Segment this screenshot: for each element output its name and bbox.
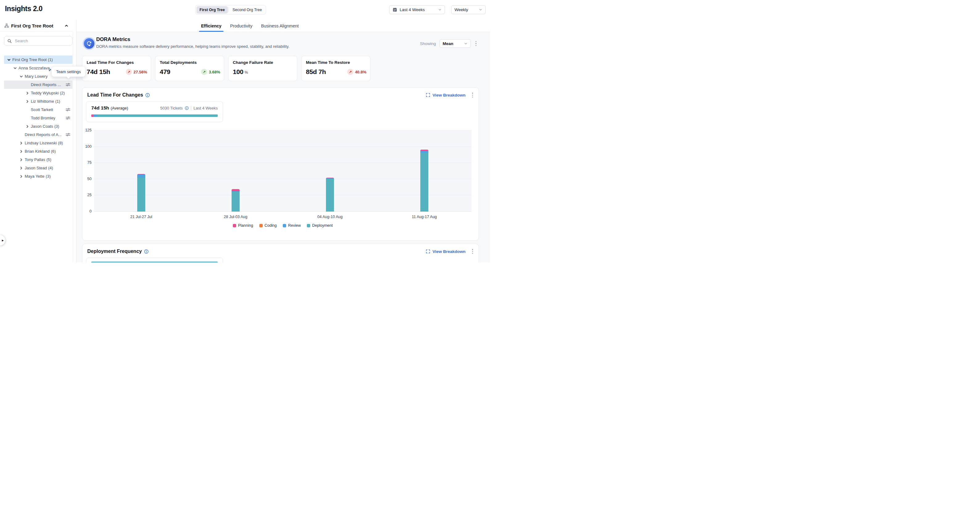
- lead-time-title: Lead Time For Changes: [87, 92, 150, 98]
- bar-segment-deployment: [326, 179, 334, 212]
- tree-item-count: (8): [58, 141, 63, 145]
- tab-productivity[interactable]: Productivity: [230, 20, 252, 32]
- stacked-bar-04-aug-10-aug[interactable]: [326, 178, 334, 212]
- team-settings-icon[interactable]: [66, 83, 70, 87]
- showing-label: Showing: [420, 41, 436, 46]
- chevron-right-icon[interactable]: [19, 150, 25, 153]
- tree-item-tony-pallas[interactable]: Tony Pallas(5): [4, 156, 72, 164]
- trend-badge: ↗27.56%: [126, 69, 147, 75]
- tree-item-jason-stead[interactable]: Jason Stead(4): [4, 164, 72, 172]
- search-input[interactable]: [14, 38, 69, 43]
- trend-delta: 3.68%: [209, 70, 220, 74]
- summary-value: 74d 15h: [91, 105, 109, 111]
- y-axis-tick-label: 25: [82, 193, 92, 197]
- metric-card-value: 100: [233, 68, 243, 76]
- legend-item-planning[interactable]: Planning: [233, 223, 253, 228]
- chevron-up-icon[interactable]: [64, 24, 68, 28]
- deployment-frequency-menu-kebab-icon[interactable]: [471, 248, 474, 255]
- sidebar-search: [4, 36, 72, 46]
- trend-badge: ↗40.8%: [347, 69, 366, 75]
- metric-card-mean-time-to-restore: Mean Time To Restore85d 7h↗40.8%: [301, 56, 370, 81]
- tree-item-maya-yette[interactable]: Maya Yette(3): [4, 172, 72, 180]
- gridline: [94, 195, 471, 195]
- tree-item-liz-whittome[interactable]: Liz Whittome(1): [4, 97, 72, 105]
- chevron-right-icon[interactable]: [19, 141, 25, 145]
- aggregation-select[interactable]: Mean: [439, 39, 471, 48]
- tree-item-label: First Org Tree Root: [12, 57, 46, 62]
- chevron-right-icon[interactable]: [19, 158, 25, 162]
- tree-item-label: Tony Pallas: [25, 158, 45, 162]
- tree-item-brian-kirkland[interactable]: Brian Kirkland(6): [4, 147, 72, 156]
- date-range-select[interactable]: Last 4 Weeks: [389, 5, 445, 14]
- info-icon[interactable]: [144, 249, 149, 254]
- tree-item-count: (5): [46, 158, 51, 162]
- chevron-right-icon[interactable]: [19, 166, 25, 170]
- tree-item-count: (1): [55, 99, 60, 103]
- search-icon: [7, 39, 12, 43]
- toggle-first-org-tree[interactable]: First Org Tree: [196, 6, 228, 14]
- chevron-down-icon: [438, 8, 442, 11]
- chevron-down-icon[interactable]: [7, 58, 12, 62]
- tab-business-alignment[interactable]: Business Alignment: [261, 20, 299, 32]
- summary-qualifier: (Average): [111, 106, 128, 110]
- tree-item-first-org-tree-root[interactable]: First Org Tree Root(1): [4, 56, 72, 64]
- team-settings-icon[interactable]: [66, 133, 70, 137]
- y-axis-tick-label: 100: [82, 144, 92, 149]
- expand-corners-icon: [426, 93, 430, 97]
- dora-menu-kebab-icon[interactable]: [474, 40, 478, 47]
- legend-item-review[interactable]: Review: [283, 223, 301, 228]
- stacked-bar-28-jul-03-aug[interactable]: [232, 189, 240, 212]
- view-breakdown-button[interactable]: View Breakdown: [426, 249, 465, 254]
- bar-segment-deployment: [137, 178, 145, 212]
- progress-segment-deployment: [91, 262, 218, 262]
- metric-card-title: Change Failure Rate: [233, 60, 293, 65]
- deployment-frequency-title: Deployment Frequency: [87, 249, 149, 254]
- legend-swatch: [259, 224, 263, 228]
- x-axis-tick-label: 21 Jul-27 Jul: [130, 215, 152, 219]
- chevron-down-icon[interactable]: [13, 66, 19, 70]
- top-bar-controls: Last 4 Weeks Weekly: [389, 5, 486, 14]
- gridline: [94, 162, 471, 163]
- bar-segment-deployment: [420, 153, 428, 212]
- lead-time-menu-kebab-icon[interactable]: [471, 92, 474, 99]
- tree-item-scott-tarkett[interactable]: Scott Tarkett: [4, 105, 72, 114]
- view-breakdown-button[interactable]: View Breakdown: [426, 93, 465, 97]
- legend-label: Planning: [238, 223, 253, 228]
- tree-item-lindsay-liszewski[interactable]: Lindsay Liszewski(8): [4, 139, 72, 147]
- tree-item-count: (2): [60, 91, 65, 95]
- stacked-bar-21-jul-27-jul[interactable]: [137, 174, 145, 212]
- tree-item-count: (1): [48, 57, 53, 62]
- tree-item-label: Maya Yette: [25, 174, 45, 178]
- stacked-bar-11-aug-17-aug[interactable]: [420, 150, 428, 212]
- chevron-down-icon[interactable]: [19, 75, 25, 78]
- chevron-down-icon: [464, 42, 468, 45]
- team-settings-icon[interactable]: [66, 108, 70, 112]
- tab-efficiency[interactable]: Efficiency: [201, 20, 221, 32]
- calendar-icon: [393, 7, 397, 12]
- bar-segment-deployment: [232, 192, 240, 212]
- app-title: Insights 2.0: [5, 5, 43, 13]
- info-icon[interactable]: [185, 106, 189, 110]
- granularity-select[interactable]: Weekly: [451, 5, 486, 14]
- team-settings-icon[interactable]: [66, 116, 70, 120]
- legend-item-deployment[interactable]: Deployment: [307, 223, 333, 228]
- chevron-right-icon[interactable]: [25, 100, 31, 103]
- y-axis-tick-label: 0: [82, 209, 92, 213]
- legend-item-coding[interactable]: Coding: [259, 223, 277, 228]
- chevron-right-icon[interactable]: [25, 125, 31, 128]
- org-tree-toggle: First Org Tree Second Org Tree: [195, 5, 266, 14]
- legend-swatch: [283, 224, 286, 228]
- tree-item-todd-bromley[interactable]: Todd Bromley: [4, 114, 72, 122]
- tree-item-teddy-wylupski[interactable]: Teddy Wylupski(2): [4, 89, 72, 97]
- chevron-right-icon[interactable]: [19, 175, 25, 178]
- tree-item-label: Direct Reports of A...: [25, 132, 62, 137]
- tree-item-direct-reports[interactable]: Direct Reports ...: [4, 81, 72, 89]
- legend-label: Review: [288, 223, 301, 228]
- tree-item-jason-coats[interactable]: Jason Coats(3): [4, 122, 72, 130]
- chevron-right-icon[interactable]: [25, 91, 31, 95]
- tree-item-direct-reports-of-a[interactable]: Direct Reports of A...: [4, 130, 72, 139]
- info-icon[interactable]: [145, 93, 150, 97]
- team-settings-tooltip: Team settings: [51, 66, 86, 77]
- tree-item-label: Teddy Wylupski: [31, 91, 59, 95]
- toggle-second-org-tree[interactable]: Second Org Tree: [229, 6, 265, 14]
